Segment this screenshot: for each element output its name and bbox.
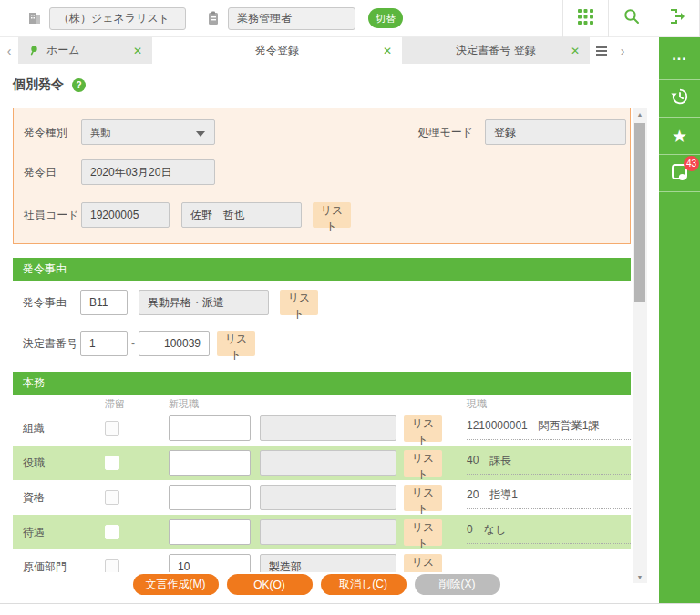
ok-button[interactable]: OK(O) — [227, 574, 313, 595]
scroll-down-icon[interactable]: ▼ — [633, 570, 647, 583]
decision-no-separator: - — [128, 337, 139, 350]
page-title: 個別発令 — [13, 77, 64, 93]
duty-row-position: 役職 リスト 40 課長 — [13, 446, 631, 480]
duty-row-cost-department: 原価部門 リスト — [13, 549, 631, 572]
duty-row-treatment: 待遇 リスト 0 なし — [13, 515, 631, 549]
logout-button[interactable] — [654, 0, 700, 37]
duty-list-button[interactable]: リスト — [404, 415, 442, 442]
duty-section-header: 本務 — [13, 372, 631, 395]
top-bar: 切替 — [0, 0, 700, 37]
form-viewport: 発令種別 異動 処理モード 発令日 社員コード リスト — [13, 108, 631, 572]
delete-button[interactable]: 削除(X) — [415, 574, 500, 595]
duty-row-organization: 組織 リスト 1210000001 関西営業1課 — [13, 411, 631, 446]
current-position-value: 20 指導1 — [467, 487, 631, 509]
order-date-field[interactable] — [81, 159, 215, 185]
duty-row-qualification: 資格 リスト 20 指導1 — [13, 480, 631, 515]
tab-order-register-label: 発令登録 — [255, 43, 299, 58]
reason-code-input[interactable] — [80, 290, 128, 315]
decision-no-part2-input[interactable] — [139, 331, 210, 356]
create-text-button[interactable]: 文言作成(M) — [133, 574, 219, 595]
current-position-value: 40 課長 — [467, 452, 631, 475]
duty-section: 本務 滞留 新現職 現職 組織 リスト 1210000001 関西営業1課 役職… — [13, 372, 631, 572]
duty-list-button[interactable]: リスト — [404, 450, 442, 477]
right-sidebar: … ★ 43 — [659, 37, 700, 603]
scroll-up-icon[interactable]: ▲ — [633, 108, 647, 120]
new-code-input[interactable] — [169, 415, 251, 441]
stay-checkbox[interactable] — [105, 456, 119, 470]
chevron-down-icon — [196, 131, 205, 137]
search-icon — [623, 8, 640, 28]
company-icon — [27, 11, 42, 26]
role-input[interactable] — [228, 7, 355, 30]
tab-decision-number[interactable]: 決定書番号 登録 ✕ — [402, 37, 590, 64]
footer-buttons: 文言作成(M) OK(O) 取消し(C) 削除(X) — [0, 574, 633, 595]
current-position-value: 0 なし — [467, 521, 631, 544]
company-input[interactable] — [49, 7, 186, 30]
app-window: 切替 ‹ ホーム — [0, 0, 700, 615]
duty-list-button[interactable]: リスト — [404, 485, 442, 511]
reason-name-field[interactable] — [139, 290, 269, 315]
notes-button[interactable]: 43 — [659, 155, 700, 192]
search-button[interactable] — [608, 0, 654, 37]
scrollbar-thumb[interactable] — [634, 123, 645, 302]
new-name-field[interactable] — [260, 450, 396, 476]
stay-checkbox[interactable] — [105, 490, 119, 505]
employee-name-field[interactable] — [181, 202, 302, 228]
duty-row-label: 組織 — [23, 421, 87, 436]
new-name-field[interactable] — [260, 485, 396, 510]
employee-code-label: 社員コード — [24, 208, 81, 223]
new-name-field[interactable] — [260, 519, 396, 545]
decision-no-list-button[interactable]: リスト — [217, 331, 255, 356]
new-name-field[interactable] — [260, 415, 396, 441]
apps-grid-button[interactable] — [562, 0, 608, 37]
tab-decision-number-label: 決定書番号 登録 — [456, 43, 535, 58]
column-stay: 滞留 — [105, 397, 125, 411]
decision-no-label: 決定書番号 — [23, 336, 80, 352]
order-type-label: 発令種別 — [24, 125, 81, 140]
column-new-position: 新現職 — [169, 397, 199, 411]
reason-list-button[interactable]: リスト — [280, 290, 318, 315]
employee-list-button[interactable]: リスト — [313, 202, 351, 228]
grid-icon — [578, 9, 593, 28]
more-button[interactable]: … — [659, 37, 700, 80]
duty-row-label: 待遇 — [23, 525, 87, 540]
switch-button[interactable]: 切替 — [368, 8, 403, 28]
column-current-position: 現職 — [467, 397, 487, 411]
tab-bar: ‹ ホーム ✕ 発令登録 ✕ 決定書番号 登録 ✕ › — [0, 37, 659, 64]
cancel-button[interactable]: 取消し(C) — [321, 574, 407, 595]
tab-order-register[interactable]: 発令登録 ✕ — [152, 37, 402, 64]
tab-decision-number-close-icon[interactable]: ✕ — [571, 45, 580, 57]
tabs-scroll-left-button[interactable]: ‹ — [0, 37, 18, 64]
new-code-input[interactable] — [169, 554, 251, 572]
new-code-input[interactable] — [169, 485, 251, 510]
help-icon[interactable]: ? — [72, 78, 86, 92]
new-code-input[interactable] — [169, 450, 251, 476]
tab-home[interactable]: ホーム ✕ — [18, 37, 152, 64]
tab-home-close-icon[interactable]: ✕ — [133, 45, 142, 57]
order-type-select[interactable]: 異動 — [81, 119, 215, 145]
duty-row-label: 役職 — [23, 456, 87, 471]
favorites-button[interactable]: ★ — [659, 118, 700, 155]
duty-list-button[interactable]: リスト — [404, 519, 442, 546]
history-icon — [670, 87, 690, 110]
process-mode-label: 処理モード — [417, 125, 473, 140]
reason-section-header: 発令事由 — [13, 258, 631, 281]
new-name-field[interactable] — [260, 554, 396, 572]
stay-checkbox[interactable] — [105, 421, 119, 436]
employee-code-field[interactable] — [81, 202, 170, 228]
new-code-input[interactable] — [169, 519, 251, 545]
tabs-scroll-right-button[interactable]: › — [613, 37, 632, 64]
page-title-row: 個別発令 ? — [13, 77, 86, 93]
duty-list-button[interactable]: リスト — [404, 554, 442, 573]
tab-home-label: ホーム — [46, 43, 80, 58]
tab-menu-icon[interactable] — [590, 37, 613, 64]
scrollbar[interactable]: ▲ ▼ — [633, 108, 647, 583]
decision-no-part1-input[interactable] — [80, 331, 128, 356]
stay-checkbox[interactable] — [105, 559, 119, 572]
star-icon: ★ — [672, 128, 687, 145]
tab-order-register-close-icon[interactable]: ✕ — [383, 45, 392, 57]
process-mode-field[interactable] — [485, 119, 626, 145]
history-button[interactable] — [659, 80, 700, 118]
general-section: 発令種別 異動 処理モード 発令日 社員コード リスト — [13, 108, 631, 244]
stay-checkbox[interactable] — [105, 525, 119, 539]
